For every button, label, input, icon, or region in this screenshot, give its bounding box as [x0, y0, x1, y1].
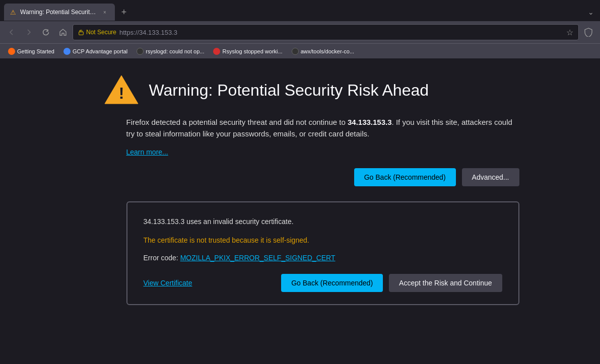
github-bookmark-icon: [137, 48, 144, 55]
shield-button[interactable]: [581, 25, 596, 40]
tab-warning-icon: ⚠: [10, 9, 17, 16]
forward-button[interactable]: [21, 25, 36, 40]
not-secure-text: Not Secure: [86, 29, 116, 36]
url-display: https://34.133.153.3: [119, 29, 563, 36]
warning-header: ! Warning: Potential Security Risk Ahead: [104, 74, 497, 107]
rsyslog-bookmark-icon: [213, 48, 220, 55]
bookmarks-bar: Getting Started GCP Advantage portal rsy…: [0, 43, 600, 58]
bookmark-gcp[interactable]: GCP Advantage portal: [59, 46, 131, 56]
warning-host: 34.133.153.3: [348, 118, 392, 126]
warning-description: Firefox detected a potential security th…: [126, 117, 519, 139]
address-bar[interactable]: Not Secure https://34.133.153.3 ☆: [73, 24, 579, 40]
bookmark-star-button[interactable]: ☆: [566, 28, 573, 37]
advanced-details-box: 34.133.153.3 uses an invalid security ce…: [126, 201, 519, 305]
adv-bottom-row: View Certificate Go Back (Recommended) A…: [144, 274, 502, 292]
adv-go-back-button[interactable]: Go Back (Recommended): [281, 274, 383, 292]
warning-body: Firefox detected a potential security th…: [126, 117, 519, 305]
go-back-recommended-button[interactable]: Go Back (Recommended): [354, 168, 456, 186]
browser-chrome: ⚠ Warning: Potential Security Risk × + ⌄: [0, 0, 600, 58]
advanced-button[interactable]: Advanced...: [462, 168, 519, 186]
gcp-bookmark-icon: [63, 48, 71, 55]
bookmark-label: Getting Started: [17, 48, 54, 54]
tab-list-button[interactable]: ⌄: [586, 6, 596, 18]
bookmark-label: rsyslogd: could not op...: [146, 48, 204, 54]
main-button-row: Go Back (Recommended) Advanced...: [126, 168, 519, 186]
bookmark-getting-started[interactable]: Getting Started: [4, 46, 58, 56]
adv-error-prefix: Error code:: [144, 254, 180, 262]
github-bookmark-icon2: [292, 48, 299, 55]
adv-line1: 34.133.153.3 uses an invalid security ce…: [144, 216, 502, 227]
bookmark-label: GCP Advantage portal: [73, 48, 127, 54]
adv-error-line: Error code: MOZILLA_PKIX_ERROR_SELF_SIGN…: [144, 254, 502, 262]
nav-bar: Not Secure https://34.133.153.3 ☆: [0, 21, 600, 43]
warning-desc-start: Firefox detected a potential security th…: [126, 118, 348, 126]
active-tab[interactable]: ⚠ Warning: Potential Security Risk ×: [4, 4, 115, 21]
view-certificate-link[interactable]: View Certificate: [144, 279, 192, 287]
tab-close-button[interactable]: ×: [101, 8, 109, 16]
tab-bar: ⚠ Warning: Potential Security Risk × + ⌄: [0, 0, 600, 21]
bookmark-rsyslogd[interactable]: rsyslogd: could not op...: [132, 46, 208, 56]
tab-title: Warning: Potential Security Risk: [20, 9, 98, 16]
bookmark-awx[interactable]: awx/tools/docker-co...: [288, 46, 358, 56]
learn-more-link[interactable]: Learn more...: [126, 148, 168, 156]
bookmark-rsyslog-stopped[interactable]: Rsyslog stopped worki...: [209, 46, 286, 56]
home-button[interactable]: [55, 25, 71, 40]
reload-button[interactable]: [38, 25, 53, 40]
bookmark-label: awx/tools/docker-co...: [301, 48, 354, 54]
adv-line2: The certificate is not trusted because i…: [144, 235, 502, 246]
svg-rect-0: [79, 32, 84, 35]
adv-buttons: Go Back (Recommended) Accept the Risk an…: [281, 274, 502, 292]
svg-text:!: !: [118, 84, 124, 102]
adv-error-code-link[interactable]: MOZILLA_PKIX_ERROR_SELF_SIGNED_CERT: [180, 254, 336, 262]
warning-triangle-icon: !: [104, 74, 139, 107]
back-button[interactable]: [4, 25, 19, 40]
content-area: ! Warning: Potential Security Risk Ahead…: [0, 58, 600, 364]
new-tab-button[interactable]: +: [117, 5, 131, 19]
accept-risk-button[interactable]: Accept the Risk and Continue: [389, 274, 502, 292]
not-secure-indicator: Not Secure: [78, 29, 116, 36]
firefox-bookmark-icon: [8, 48, 15, 55]
warning-title: Warning: Potential Security Risk Ahead: [149, 81, 429, 100]
bookmark-label: Rsyslog stopped worki...: [222, 48, 282, 54]
